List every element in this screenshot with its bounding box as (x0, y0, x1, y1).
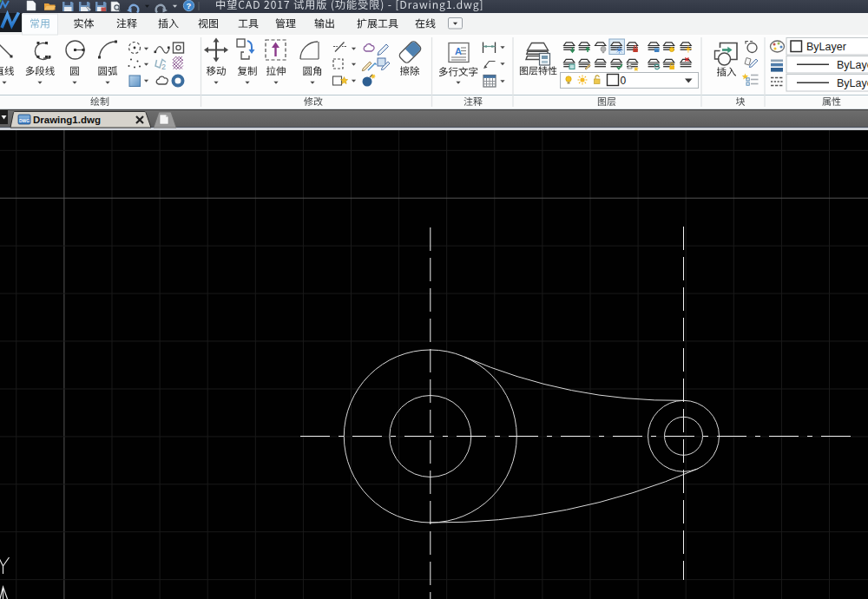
svg-text:0: 0 (621, 75, 627, 87)
svg-text:ByLayer: ByLayer (806, 41, 846, 53)
svg-text:?: ? (187, 1, 192, 10)
svg-text:ByLayer: ByLayer (837, 59, 868, 71)
svg-text:ByLayer: ByLayer (837, 77, 868, 89)
svg-text:2: 2 (161, 63, 166, 71)
svg-text:DWG: DWG (19, 118, 30, 123)
svg-text:Drawing1.dwg: Drawing1.dwg (33, 115, 101, 125)
svg-text:A: A (455, 46, 462, 56)
